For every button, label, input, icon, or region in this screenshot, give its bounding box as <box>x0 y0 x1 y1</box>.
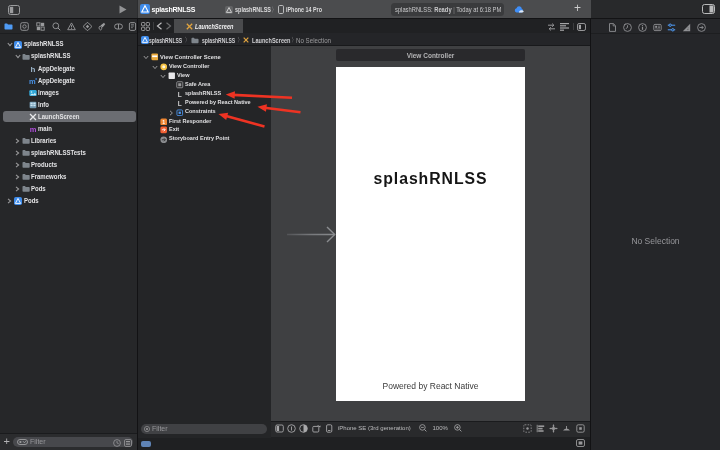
svg-text:1: 1 <box>162 119 165 125</box>
svg-text:L: L <box>178 91 182 98</box>
svg-text:m: m <box>29 125 36 133</box>
svg-text:m: m <box>29 77 36 85</box>
svg-text:h: h <box>30 65 35 73</box>
svg-text:L: L <box>178 100 182 107</box>
